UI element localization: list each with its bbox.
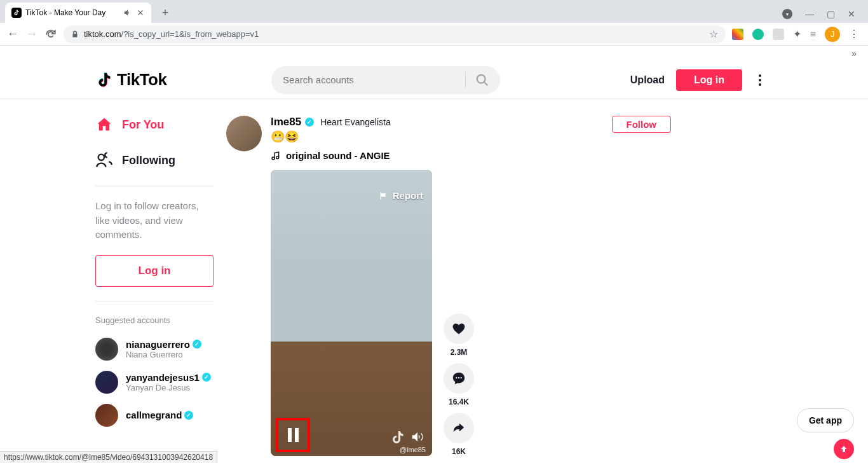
forward-button: →	[25, 27, 38, 41]
lock-icon	[71, 31, 79, 38]
window-controls: — ▢ ✕	[782, 9, 868, 19]
avatar	[95, 338, 118, 361]
upload-link[interactable]: Upload	[630, 74, 665, 86]
post-displayname: Heart Evangelista	[320, 117, 391, 127]
extension-icons: ✦ ≡ J ⋮	[732, 27, 859, 42]
suggested-account[interactable]: nianaguerrero Niana Guerrero	[95, 333, 214, 366]
address-bar-row: ← → tiktok.com/?is_copy_url=1&is_from_we…	[0, 23, 868, 46]
like-button[interactable]	[444, 314, 474, 344]
nav-for-you[interactable]: For You	[95, 107, 214, 142]
maximize-window-icon[interactable]: ▢	[827, 9, 835, 19]
bookmarks-overflow-icon[interactable]: »	[851, 48, 857, 59]
post-sound[interactable]: original sound - ANGIE	[271, 150, 391, 161]
follow-button[interactable]: Follow	[612, 116, 672, 133]
post-caption: 😬😆	[271, 130, 391, 144]
post-author-avatar[interactable]	[226, 116, 262, 151]
comment-button[interactable]	[444, 363, 474, 394]
sidebar: For You Following Log in to follow creat…	[0, 107, 226, 456]
video-post: lme85 Heart Evangelista 😬😆 original soun…	[226, 116, 671, 456]
avatar	[95, 371, 118, 394]
arrow-up-icon	[839, 444, 849, 454]
extensions-puzzle-icon[interactable]: ✦	[793, 28, 801, 40]
get-app-button[interactable]: Get app	[797, 408, 854, 432]
account-displayname: Niana Guerrero	[126, 350, 201, 359]
account-icon[interactable]	[782, 9, 792, 19]
browser-tab[interactable]: TikTok - Make Your Day	[5, 3, 151, 23]
extension-icon-grammarly[interactable]	[752, 29, 764, 40]
pause-icon	[288, 428, 299, 442]
reading-list-icon[interactable]: ≡	[810, 29, 816, 40]
login-button-sidebar[interactable]: Log in	[95, 255, 214, 287]
tiktok-favicon	[11, 8, 22, 18]
account-displayname: Yanyan De Jesus	[126, 383, 211, 392]
report-button[interactable]: Report	[379, 190, 423, 201]
svg-point-1	[98, 155, 104, 160]
tab-title: TikTok - Make Your Day	[25, 8, 119, 17]
nav-following[interactable]: Following	[95, 142, 214, 178]
suggested-account[interactable]: yanyandejesus1 Yanyan De Jesus	[95, 366, 214, 399]
video-player[interactable]: Report @lme85	[271, 170, 432, 456]
search-input[interactable]	[283, 74, 463, 85]
minimize-window-icon[interactable]: —	[805, 9, 814, 19]
action-rail: 2.3M 16.4K 16K	[444, 314, 474, 456]
extension-icon-1[interactable]	[732, 29, 743, 40]
account-username: nianaguerrero	[126, 339, 190, 350]
flag-icon	[379, 191, 389, 201]
share-button[interactable]	[444, 413, 474, 443]
account-username: yanyandejesus1	[126, 372, 200, 383]
address-bar[interactable]: tiktok.com/?is_copy_url=1&is_from_webapp…	[64, 25, 726, 43]
comment-icon	[452, 371, 466, 385]
header-menu-icon[interactable]	[754, 74, 766, 86]
search-icon	[475, 73, 489, 87]
login-button-header[interactable]: Log in	[676, 69, 742, 91]
verified-icon	[184, 411, 193, 420]
account-username: callmegrand	[126, 410, 182, 420]
audio-playing-icon	[123, 8, 132, 17]
login-prompt-text: Log in to follow creators, like videos, …	[95, 199, 214, 242]
search-button[interactable]	[468, 66, 496, 94]
tiktok-header: TikTok Upload Log in	[0, 61, 868, 99]
close-tab-icon[interactable]	[136, 8, 145, 17]
url-text: tiktok.com/?is_copy_url=1&is_from_webapp…	[84, 29, 259, 39]
suggested-accounts-title: Suggested accounts	[95, 315, 214, 325]
pause-button-highlighted[interactable]	[276, 418, 310, 452]
tiktok-watermark-icon	[390, 429, 405, 445]
share-count: 16K	[444, 447, 474, 456]
svg-point-5	[458, 377, 459, 378]
back-button[interactable]: ←	[6, 27, 19, 41]
nav-for-you-label: For You	[122, 118, 164, 132]
verified-icon	[202, 373, 211, 382]
svg-point-2	[272, 157, 275, 160]
tiktok-logo-text: TikTok	[117, 70, 166, 90]
watermark-username: @lme85	[400, 446, 426, 453]
close-window-icon[interactable]: ✕	[848, 9, 855, 19]
people-icon	[95, 151, 113, 169]
music-note-icon	[271, 151, 281, 161]
search-box	[271, 66, 500, 94]
comment-count: 16.4K	[444, 397, 474, 406]
post-username[interactable]: lme85	[271, 116, 301, 128]
chrome-menu-icon[interactable]: ⋮	[849, 28, 859, 40]
verified-icon	[193, 340, 201, 349]
like-count: 2.3M	[444, 348, 474, 357]
profile-avatar[interactable]: J	[825, 27, 840, 42]
verified-icon	[305, 118, 314, 127]
status-bar: https://www.tiktok.com/@lme85/video/6943…	[0, 451, 217, 456]
new-tab-button[interactable]: +	[156, 4, 174, 22]
svg-point-3	[276, 156, 279, 158]
volume-icon[interactable]	[410, 430, 424, 444]
home-icon	[95, 116, 113, 134]
nav-following-label: Following	[122, 154, 175, 167]
scroll-top-button[interactable]	[834, 439, 854, 456]
heart-icon	[452, 322, 466, 336]
svg-point-4	[456, 377, 457, 378]
svg-point-6	[461, 377, 462, 378]
reload-icon[interactable]	[44, 28, 57, 41]
bookmark-star-icon[interactable]: ☆	[709, 28, 718, 40]
share-icon	[452, 421, 466, 435]
suggested-account[interactable]: callmegrand	[95, 399, 214, 432]
tiktok-logo-icon	[95, 71, 114, 90]
extension-icon-3[interactable]	[773, 29, 784, 40]
post-sound-name: original sound - ANGIE	[286, 150, 390, 161]
tiktok-logo[interactable]: TikTok	[95, 70, 166, 90]
